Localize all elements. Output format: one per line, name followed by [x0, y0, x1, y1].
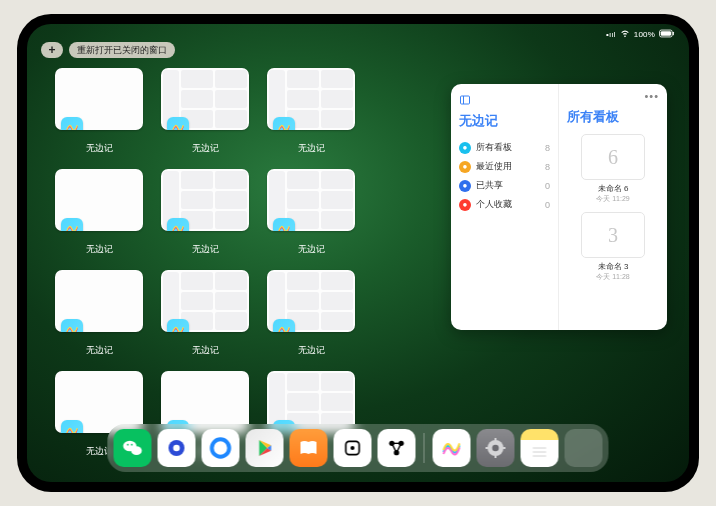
sidebar-item-count: 8 — [545, 162, 550, 172]
app-card-label: 无边记 — [298, 344, 325, 357]
board-item[interactable]: 6未命名 6今天 11:29 — [567, 134, 659, 204]
books-icon[interactable] — [290, 429, 328, 467]
freeform-app-icon — [61, 218, 83, 231]
svg-point-8 — [131, 444, 133, 446]
freeform-app-icon — [273, 319, 295, 332]
sidebar-item-label: 最近使用 — [476, 160, 540, 173]
app-card[interactable]: 无边记 — [267, 169, 355, 256]
app-card[interactable]: 无边记 — [55, 68, 143, 155]
sidebar-item-label: 所有看板 — [476, 141, 540, 154]
app-card-label: 无边记 — [192, 243, 219, 256]
sidebar-item-count: 0 — [545, 181, 550, 191]
freeform-app-icon — [273, 117, 295, 130]
app-card-thumb — [161, 270, 249, 332]
freeform-app-icon — [167, 218, 189, 231]
panel-sidebar: 无边记 ●所有看板8●最近使用8●已共享0●个人收藏0 — [451, 84, 559, 330]
category-icon: ● — [459, 180, 471, 192]
app-switcher: 无边记无边记无边记无边记无边记无边记无边记无边记无边记无边记无边记无边记 — [55, 68, 461, 458]
sidebar-toggle-icon[interactable] — [459, 94, 550, 108]
wechat-icon[interactable] — [114, 429, 152, 467]
sidebar-item-label: 个人收藏 — [476, 198, 540, 211]
app-card[interactable]: 无边记 — [161, 169, 249, 256]
category-icon: ● — [459, 142, 471, 154]
board-date: 今天 11:28 — [567, 272, 659, 282]
freeform-app-icon — [167, 319, 189, 332]
svg-line-23 — [397, 443, 402, 452]
app-card-thumb — [267, 68, 355, 130]
board-name: 未命名 3 — [567, 261, 659, 272]
sidebar-item-count: 0 — [545, 200, 550, 210]
recent-apps-folder[interactable] — [565, 429, 603, 467]
freeform-app-icon — [61, 420, 83, 433]
board-thumb: 6 — [581, 134, 645, 180]
app-card-thumb — [161, 68, 249, 130]
category-icon: ● — [459, 161, 471, 173]
category-icon: ● — [459, 199, 471, 211]
app-card[interactable]: 无边记 — [161, 68, 249, 155]
freeform-app-icon — [61, 117, 83, 130]
svg-point-6 — [131, 446, 142, 455]
freeform-app-icon — [61, 319, 83, 332]
notes-icon[interactable] — [521, 429, 559, 467]
app-card[interactable]: 无边记 — [161, 270, 249, 357]
app-card-thumb — [55, 169, 143, 231]
svg-rect-3 — [461, 96, 470, 104]
app-card-thumb — [267, 270, 355, 332]
status-bar: •ııl 100% — [606, 28, 675, 40]
app-card-label: 无边记 — [298, 243, 325, 256]
freeform-app-icon — [273, 218, 295, 231]
settings-icon[interactable] — [477, 429, 515, 467]
top-controls: + 重新打开已关闭的窗口 — [41, 42, 175, 58]
freeform-app-icon — [167, 117, 189, 130]
app-card-label: 无边记 — [86, 142, 113, 155]
more-icon[interactable]: ••• — [644, 90, 659, 102]
svg-point-25 — [492, 445, 499, 452]
app-card-thumb — [55, 270, 143, 332]
board-date: 今天 11:29 — [567, 194, 659, 204]
panel-left-title: 无边记 — [459, 112, 550, 130]
app-card[interactable]: 无边记 — [55, 270, 143, 357]
game-icon[interactable] — [334, 429, 372, 467]
app-card-label: 无边记 — [86, 344, 113, 357]
app-card-thumb — [267, 169, 355, 231]
app-card[interactable]: 无边记 — [267, 68, 355, 155]
freeform-panel: 无边记 ●所有看板8●最近使用8●已共享0●个人收藏0 ••• 所有看板 6未命… — [451, 84, 667, 330]
panel-right-title: 所有看板 — [567, 108, 659, 126]
qq-browser-icon[interactable] — [202, 429, 240, 467]
panel-boards: ••• 所有看板 6未命名 6今天 11:293未命名 3今天 11:28 — [559, 84, 667, 330]
board-thumb: 3 — [581, 212, 645, 258]
sidebar-item[interactable]: ●已共享0 — [459, 176, 550, 195]
app-card-label: 无边记 — [298, 142, 325, 155]
app-card-thumb — [161, 169, 249, 231]
wifi-icon — [620, 28, 630, 40]
dock — [108, 424, 609, 472]
svg-point-10 — [173, 445, 180, 452]
app-card-label: 无边记 — [192, 344, 219, 357]
browser-icon[interactable] — [158, 429, 196, 467]
sidebar-item-count: 8 — [545, 143, 550, 153]
connect-icon[interactable] — [378, 429, 416, 467]
board-name: 未命名 6 — [567, 183, 659, 194]
sidebar-item[interactable]: ●最近使用8 — [459, 157, 550, 176]
ipad-device: •ııl 100% + 重新打开已关闭的窗口 无边记无边记无边记无边记无边记无边… — [17, 14, 699, 492]
svg-point-17 — [351, 446, 355, 450]
app-card[interactable]: 无边记 — [55, 169, 143, 256]
sidebar-item[interactable]: ●个人收藏0 — [459, 195, 550, 214]
reopen-closed-window-button[interactable]: 重新打开已关闭的窗口 — [69, 42, 175, 58]
board-item[interactable]: 3未命名 3今天 11:28 — [567, 212, 659, 282]
sidebar-item[interactable]: ●所有看板8 — [459, 138, 550, 157]
app-card-thumb — [55, 68, 143, 130]
dock-separator — [424, 433, 425, 463]
play-icon[interactable] — [246, 429, 284, 467]
screen: •ııl 100% + 重新打开已关闭的窗口 无边记无边记无边记无边记无边记无边… — [27, 24, 689, 482]
add-button[interactable]: + — [41, 42, 63, 58]
svg-rect-1 — [661, 31, 671, 36]
app-card-label: 无边记 — [86, 243, 113, 256]
svg-rect-2 — [673, 31, 674, 34]
battery-icon — [659, 29, 675, 40]
battery-label: 100% — [634, 30, 655, 39]
sidebar-item-label: 已共享 — [476, 179, 540, 192]
app-card[interactable]: 无边记 — [267, 270, 355, 357]
freeform-icon[interactable] — [433, 429, 471, 467]
svg-line-22 — [392, 443, 397, 452]
